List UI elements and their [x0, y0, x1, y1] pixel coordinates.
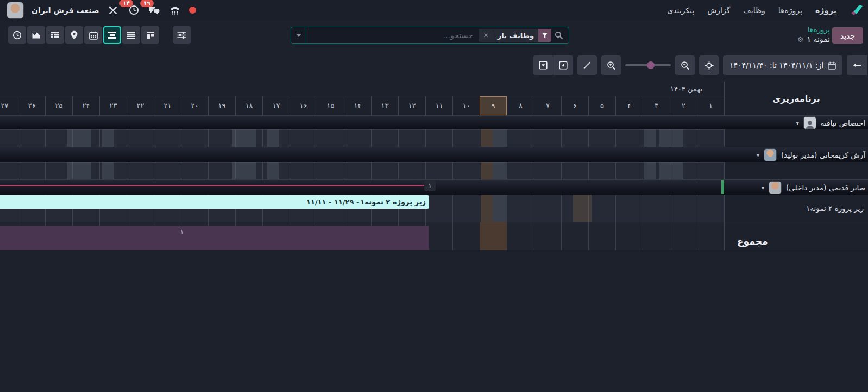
day-header-cell-today: ۹	[480, 96, 507, 115]
breadcrumb-current: نمونه ۱	[807, 34, 830, 45]
view-button-pivot[interactable]	[46, 26, 64, 44]
availability-shade	[102, 129, 114, 147]
user-avatar[interactable]	[7, 2, 24, 19]
breadcrumb-parent[interactable]: پروژه‌ها	[750, 25, 830, 34]
grid-hline	[0, 129, 724, 130]
availability-shade	[493, 129, 507, 147]
day-header-cell: ۵	[588, 96, 615, 115]
day-header-cell: ۲۴	[72, 96, 99, 115]
collapse-rows-button[interactable]	[553, 55, 573, 75]
day-header-cell: ۲۰	[181, 96, 208, 115]
grid-hline	[0, 162, 724, 163]
today-column-band	[481, 129, 493, 147]
view-button-calendar[interactable]	[84, 26, 102, 44]
day-header-cell: ۱۲	[398, 96, 425, 115]
task-pill[interactable]: ۱۱/۱۱ - ۱۱/۲۹ - زیر پروژه ۲ نمونه۱	[0, 195, 429, 209]
total-bar-count: ۱	[180, 228, 184, 235]
prev-arrow-button[interactable]	[847, 55, 867, 75]
sidebar-row-saber[interactable]: صابر قدیمی (مدیر داخلی) ▾	[725, 181, 868, 195]
status-dot[interactable]	[189, 7, 196, 14]
sidebar-row-unassigned[interactable]: اختصاص نیافته ▾	[725, 116, 868, 129]
day-header-cell: ۱۵	[317, 96, 344, 115]
today-column-band	[481, 195, 493, 222]
caret-down-icon[interactable]: ▾	[762, 185, 764, 191]
company-menu[interactable]: صنعت فرش ایران	[32, 6, 99, 15]
sidebar-row-arash[interactable]: آرش کریمخانی (مدیر تولید) ▾	[725, 148, 868, 162]
day-header-cell: ۶	[561, 96, 588, 115]
day-header-cell: ۱۰	[452, 96, 480, 115]
view-button-kanban[interactable]	[141, 26, 159, 44]
total-bar	[0, 226, 429, 250]
new-button[interactable]: جدید	[832, 27, 863, 44]
view-button-gantt[interactable]	[103, 26, 121, 44]
day-header-cell: ۱۴	[344, 96, 371, 115]
view-button-list[interactable]	[122, 26, 140, 44]
menu-item-projects[interactable]: پروژه‌ها	[778, 6, 802, 15]
zoom-in-button[interactable]	[601, 55, 621, 75]
day-header-cell: ۸	[507, 96, 534, 115]
day-header-cell: ۲۵	[45, 96, 72, 115]
day-header-cell: ۱۱	[425, 96, 452, 115]
search-icon	[555, 31, 563, 40]
menu-item-configuration[interactable]: پیکربندی	[667, 6, 694, 15]
task-pill-name: زیر پروژه ۲ نمونه۱	[359, 198, 429, 206]
phone-icon[interactable]	[168, 4, 181, 17]
zoom-slider-thumb[interactable]	[647, 61, 655, 69]
gantt-grid: ۱ ۱ ۱۱/۱۱ - ۱۱/۲۹ - زیر پروژه ۲ نمونه۱ ا…	[0, 115, 868, 250]
focus-today-button[interactable]	[699, 55, 719, 75]
consolidation-count-badge: ۱	[424, 180, 436, 191]
app-name[interactable]: پروژه	[815, 6, 836, 15]
month-header: بهمن ۱۴۰۴	[0, 82, 724, 96]
availability-shade	[644, 162, 656, 179]
search-dropdown-toggle[interactable]	[291, 27, 306, 43]
view-button-graph[interactable]	[27, 26, 45, 44]
row-label: صابر قدیمی (مدیر داخلی)	[786, 183, 865, 192]
availability-shade	[67, 162, 91, 179]
messages-badge: ۱۹	[140, 0, 153, 7]
day-header-cell: ۱۳	[371, 96, 398, 115]
gear-icon[interactable]: ⚙	[797, 34, 804, 45]
day-header-cell: ۲۱	[154, 96, 181, 115]
compact-scale-icon[interactable]	[577, 55, 597, 75]
row-label: اختصاص نیافته	[821, 119, 865, 127]
menu-item-reporting[interactable]: گزارش	[707, 6, 730, 15]
date-range-button[interactable]: از: ۱۴۰۴/۱۱/۱ تا: ۱۴۰۴/۱۱/۳۰	[723, 55, 842, 75]
availability-shade	[659, 129, 683, 147]
day-header-cell: ۷	[534, 96, 561, 115]
day-header-cell: ۲۳	[99, 96, 127, 115]
day-header-cell: ۳	[643, 96, 670, 115]
consolidation-line	[0, 185, 424, 186]
zoom-out-button[interactable]	[675, 55, 695, 75]
activities-clock-icon[interactable]: ۱۴	[127, 4, 140, 17]
day-header-cell: ۱۷	[262, 96, 290, 115]
expand-rows-button[interactable]	[533, 55, 553, 75]
availability-shade	[102, 162, 114, 179]
day-header-cell: ۱۹	[208, 96, 235, 115]
sidebar-row-subproject[interactable]: زیر پروژه ۲ نمونه۱	[725, 204, 864, 213]
availability-shade	[659, 162, 683, 179]
facet-label: وظایف باز	[493, 32, 538, 40]
grid-hline	[0, 222, 868, 222]
total-row-label: مجموع	[737, 236, 768, 247]
day-header-cell: ۲	[670, 96, 697, 115]
search-input[interactable]	[306, 31, 479, 40]
caret-down-icon[interactable]: ▾	[757, 152, 759, 158]
zoom-slider[interactable]	[625, 55, 671, 75]
day-header-cell: ۱۶	[290, 96, 317, 115]
menu-item-tasks[interactable]: وظایف	[743, 6, 765, 15]
chat-bubbles-icon[interactable]: ۱۹	[148, 4, 161, 17]
facet-close-icon[interactable]: ✕	[479, 32, 493, 39]
app-logo-icon	[850, 3, 864, 17]
day-header-row: ۱۲۳۴۵۶۷۸۹۱۰۱۱۱۲۱۳۱۴۱۵۱۶۱۷۱۸۱۹۲۰۲۱۲۲۲۳۲۴۲…	[0, 96, 724, 116]
tools-icon[interactable]	[106, 4, 119, 17]
user-avatar	[764, 148, 777, 161]
breadcrumb: پروژه‌ها نمونه ۱ ⚙	[750, 25, 830, 45]
gantt-toolbar: از: ۱۴۰۴/۱۱/۱ تا: ۱۴۰۴/۱۱/۳۰	[533, 55, 868, 75]
availability-shade	[493, 162, 507, 179]
view-button-activity[interactable]	[8, 26, 26, 44]
view-options-sliders-icon[interactable]	[173, 26, 191, 44]
user-avatar	[769, 181, 782, 194]
caret-down-icon[interactable]: ▾	[796, 120, 799, 126]
view-button-map[interactable]	[65, 26, 83, 44]
activities-badge: ۱۴	[119, 0, 133, 7]
